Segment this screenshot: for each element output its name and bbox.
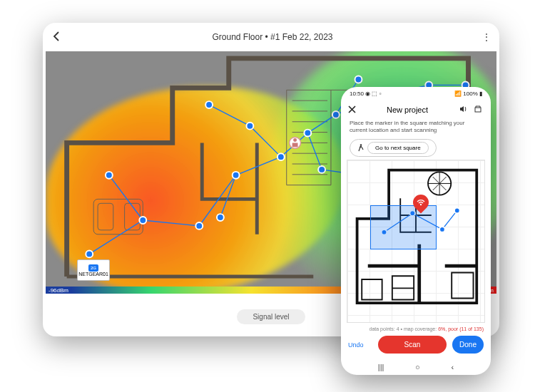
router-label: NETGEAR01	[78, 272, 108, 277]
nav-home[interactable]: ○	[415, 363, 420, 371]
svg-point-5	[139, 217, 146, 224]
hint-text: Place the marker in the square matching …	[341, 120, 491, 139]
location-pin[interactable]	[413, 195, 429, 210]
status-bar: 10:50 ◉ ⬚ ▫ 📶 100% ▮	[341, 87, 491, 100]
sound-icon[interactable]	[459, 105, 469, 115]
svg-point-12	[277, 153, 285, 160]
next-square-button[interactable]: Go to next square	[350, 139, 437, 157]
svg-rect-0	[93, 199, 143, 234]
close-button[interactable]	[348, 105, 360, 115]
action-bar: Undo Scan Done	[341, 333, 491, 359]
router-badge[interactable]: 2G NETGEAR01	[77, 259, 110, 281]
phone-stats: data points: 4 • map coverage: 6%, poor …	[341, 323, 491, 333]
scan-button[interactable]: Scan	[378, 336, 447, 354]
svg-point-8	[217, 214, 224, 221]
svg-point-13	[304, 130, 311, 137]
nav-recents[interactable]: |||	[378, 363, 384, 371]
svg-point-16	[355, 76, 362, 83]
active-square	[370, 205, 437, 249]
more-icon[interactable]: ⋮	[478, 32, 489, 42]
person-marker	[290, 137, 301, 148]
back-button[interactable]	[53, 31, 67, 43]
svg-point-30	[360, 144, 362, 146]
status-time: 10:50 ◉ ⬚ ▫	[350, 91, 382, 97]
svg-point-6	[106, 172, 113, 179]
walk-icon	[357, 144, 364, 152]
svg-point-11	[246, 123, 253, 130]
svg-rect-2	[125, 203, 141, 230]
undo-button[interactable]: Undo	[348, 341, 372, 349]
done-button[interactable]: Done	[452, 336, 484, 354]
phone-window: 10:50 ◉ ⬚ ▫ 📶 100% ▮ New project Place t…	[341, 87, 491, 375]
svg-rect-29	[475, 108, 481, 112]
nav-bar: ||| ○ ‹	[341, 359, 491, 375]
svg-point-28	[293, 138, 297, 142]
svg-point-4	[86, 250, 93, 257]
svg-point-9	[233, 172, 240, 179]
wifi-icon: 2G	[88, 264, 98, 272]
status-right: 📶 100% ▮	[454, 91, 482, 97]
svg-rect-1	[98, 203, 113, 230]
svg-point-36	[420, 204, 422, 205]
page-title: Ground Floor • #1 Feb 22, 2023	[67, 32, 478, 42]
svg-point-15	[332, 111, 340, 118]
pause-icon[interactable]	[474, 105, 484, 115]
nav-back[interactable]: ‹	[451, 363, 454, 371]
scan-map[interactable]	[347, 160, 485, 323]
scale-min: -96dBm	[46, 287, 71, 294]
svg-point-7	[195, 222, 203, 229]
tablet-header: Ground Floor • #1 Feb 22, 2023 ⋮	[43, 23, 499, 51]
wifi-icon	[417, 199, 425, 206]
svg-point-10	[205, 101, 213, 108]
svg-point-34	[439, 227, 445, 232]
svg-point-14	[318, 166, 325, 173]
project-title: New project	[360, 105, 455, 114]
phone-header: New project	[341, 100, 491, 120]
svg-point-35	[454, 207, 460, 213]
